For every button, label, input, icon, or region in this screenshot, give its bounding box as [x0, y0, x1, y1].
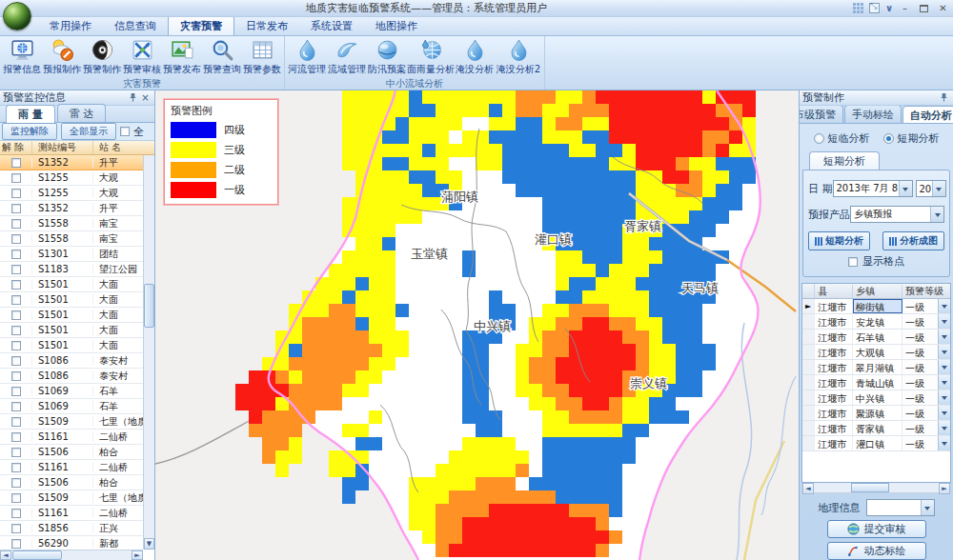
station-checkbox[interactable] — [11, 189, 21, 198]
ribbon-button-预报制作[interactable]: 预报制作 — [42, 37, 82, 77]
station-row[interactable]: S1509 七里（地质灾 — [0, 490, 143, 506]
town-cell[interactable]: 胥家镇 — [853, 421, 902, 435]
town-cell[interactable]: 大观镇 — [853, 345, 902, 359]
dropdown-arrow-icon[interactable] — [930, 207, 943, 222]
station-checkbox[interactable] — [11, 432, 21, 442]
scrollbar-thumb[interactable] — [12, 550, 62, 560]
station-row[interactable]: S1352 升平 — [0, 201, 143, 216]
level-combobox[interactable]: 一级 — [902, 375, 950, 390]
station-checkbox[interactable] — [11, 219, 21, 229]
scroll-left-icon[interactable]: ◄ — [0, 550, 11, 560]
station-checkbox[interactable] — [11, 524, 21, 533]
column-remove[interactable]: 解 除 — [0, 141, 32, 154]
township-row[interactable]: 江堰市 翠月湖镇 一级 — [802, 360, 950, 375]
town-cell[interactable]: 灌口镇 — [853, 436, 902, 450]
warning-make-tab-自动分析[interactable]: 自动分析 — [902, 106, 953, 124]
select-all-checkbox[interactable] — [120, 127, 130, 136]
town-cell[interactable]: 聚源镇 — [853, 406, 902, 420]
dropdown-arrow-icon[interactable] — [938, 314, 950, 329]
menu-item-地图操作[interactable]: 地图操作 — [364, 16, 429, 35]
ribbon-button-淹没分析2[interactable]: 淹没分析2 — [495, 37, 542, 77]
maximize-button[interactable] — [916, 2, 932, 14]
station-checkbox[interactable] — [11, 280, 21, 290]
pin-icon[interactable] — [938, 91, 950, 104]
dropdown-arrow-icon[interactable] — [938, 406, 950, 420]
ribbon-button-河流管理[interactable]: 河流管理 — [287, 37, 327, 77]
town-cell[interactable]: 青城山镇 — [853, 375, 902, 390]
analysis-image-button[interactable]: 分析成图 — [882, 231, 944, 250]
column-level[interactable]: 预警等级 — [902, 285, 950, 298]
station-row[interactable]: S1255 大观 — [0, 170, 143, 186]
town-cell[interactable]: 中兴镇 — [853, 390, 902, 405]
level-combobox[interactable]: 一级 — [902, 314, 950, 329]
grid-icon[interactable] — [853, 3, 863, 13]
scrollbar-thumb[interactable] — [851, 483, 889, 492]
level-combobox[interactable]: 一级 — [902, 360, 950, 374]
level-combobox[interactable]: 一级 — [902, 345, 950, 359]
station-row[interactable]: S1501 大面 — [0, 292, 143, 308]
pin-icon[interactable] — [127, 91, 139, 104]
scrollbar-thumb[interactable] — [144, 284, 154, 328]
ribbon-button-预警审核[interactable]: 预警审核 — [122, 37, 162, 77]
chevron-down-icon[interactable]: ∨ — [885, 3, 893, 13]
menu-item-系统设置[interactable]: 系统设置 — [299, 16, 364, 35]
town-cell[interactable]: 翠月湖镇 — [853, 360, 902, 374]
level-combobox[interactable]: 一级 — [902, 421, 950, 435]
dropdown-arrow-icon[interactable] — [938, 360, 950, 374]
horizontal-scrollbar[interactable]: ◄ ► — [801, 483, 951, 493]
ribbon-button-预警制作[interactable]: 预警制作 — [82, 37, 122, 77]
show-gridpoints-checkbox[interactable] — [848, 257, 858, 267]
town-cell[interactable]: 柳街镇 — [853, 299, 902, 313]
level-combobox[interactable]: 一级 — [902, 436, 950, 450]
station-row[interactable]: S1501 大面 — [0, 277, 143, 292]
geo-info-combobox[interactable] — [866, 499, 935, 516]
station-row[interactable]: S1255 大观 — [0, 186, 143, 201]
level-combobox[interactable]: 一级 — [902, 406, 950, 420]
minimize-button[interactable]: – — [897, 2, 913, 14]
submit-review-button[interactable]: 提交审核 — [827, 520, 926, 538]
station-row[interactable]: S1509 七里（地质灾 — [0, 414, 143, 430]
township-row[interactable]: 江堰市 聚源镇 一级 — [802, 406, 950, 421]
station-checkbox[interactable] — [11, 448, 21, 457]
station-row[interactable]: S1352 升平 — [0, 155, 143, 170]
column-county[interactable]: 县 — [815, 285, 853, 298]
station-row[interactable]: S1069 石羊 — [0, 399, 143, 414]
township-row[interactable]: 江堰市 中兴镇 一级 — [802, 390, 950, 406]
station-row[interactable]: S1069 石羊 — [0, 384, 143, 399]
station-row[interactable]: S1161 二仙桥 — [0, 460, 143, 475]
ribbon-button-预警查询[interactable]: 预警查询 — [202, 37, 242, 77]
expand-icon[interactable] — [869, 3, 880, 13]
station-row[interactable]: S1501 大面 — [0, 308, 143, 323]
town-cell[interactable]: 安龙镇 — [853, 314, 902, 329]
ribbon-button-预警发布[interactable]: 预警发布 — [162, 37, 202, 77]
station-checkbox[interactable] — [11, 417, 21, 427]
close-panel-icon[interactable]: × — [139, 91, 152, 104]
ribbon-button-面雨量分析[interactable]: 面雨量分析 — [407, 37, 455, 77]
station-checkbox[interactable] — [11, 265, 21, 274]
map-area[interactable]: 蒲阳镇胥家镇灌口镇玉堂镇天马镇中兴镇崇义镇 预警图例 四级 三级 二级 一级 — [155, 90, 799, 560]
station-checkbox[interactable] — [11, 326, 21, 335]
short-term-analyze-button[interactable]: 短期分析 — [808, 231, 870, 250]
station-row[interactable]: S1558 南宝 — [0, 216, 143, 231]
close-button[interactable]: ✕ — [935, 2, 951, 14]
township-row[interactable]: 江堰市 青城山镇 一级 — [802, 375, 950, 390]
station-row[interactable]: S1301 团结 — [0, 247, 143, 262]
township-row[interactable]: 江堰市 大观镇 一级 — [802, 345, 950, 360]
menu-item-日常发布[interactable]: 日常发布 — [234, 16, 299, 35]
township-row[interactable]: 江堰市 石羊镇 一级 — [802, 330, 950, 345]
app-orb-logo[interactable] — [3, 2, 31, 30]
station-checkbox[interactable] — [11, 478, 21, 488]
level-combobox[interactable]: 一级 — [902, 390, 950, 405]
analysis-radio[interactable]: 短临分析 — [814, 131, 870, 146]
station-checkbox[interactable] — [11, 463, 21, 472]
township-row[interactable]: 江堰市 灌口镇 一级 — [802, 436, 950, 451]
column-code[interactable]: 测站编号 — [32, 141, 93, 154]
warning-make-tab-手动标绘[interactable]: 手动标绘 — [844, 106, 902, 123]
hour-combobox[interactable]: 20 — [916, 180, 946, 197]
township-row[interactable]: ► 江堰市 柳街镇 一级 — [802, 299, 950, 314]
station-checkbox[interactable] — [11, 158, 21, 168]
level-combobox[interactable]: 一级 — [902, 330, 950, 344]
station-checkbox[interactable] — [11, 387, 21, 396]
township-row[interactable]: 江堰市 安龙镇 一级 — [802, 314, 950, 330]
dropdown-arrow-icon[interactable] — [921, 500, 934, 515]
